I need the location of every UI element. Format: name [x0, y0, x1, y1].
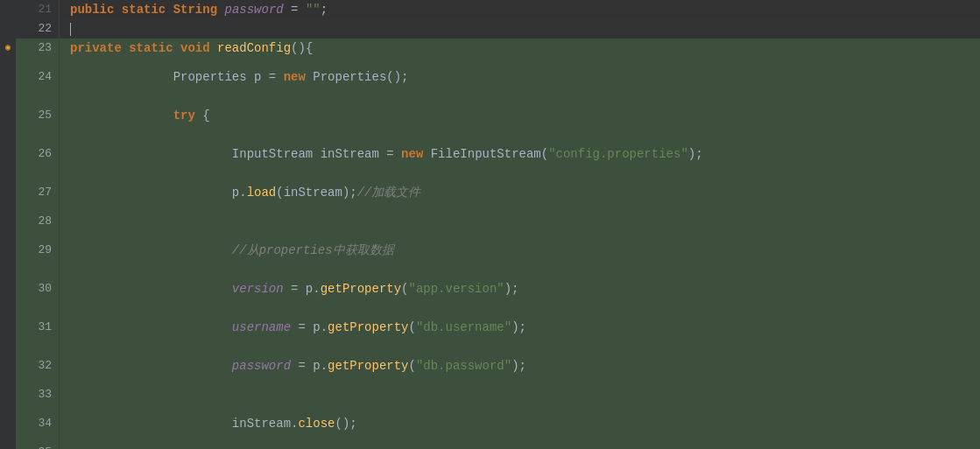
line-content-21: public static String password = ""; — [60, 0, 980, 19]
line-indicator-24 — [0, 58, 16, 96]
line-content-27: p.load(inStream);//加载文件 — [60, 173, 980, 212]
line-indicator-21 — [0, 0, 16, 19]
line-number-22: 22 — [16, 19, 60, 39]
code-line-29: 29 //从properties中获取数据 — [0, 231, 980, 270]
text-cursor — [70, 23, 71, 36]
line-content-26: InputStream inStream = new FileInputStre… — [60, 135, 980, 173]
line-number-23: 23 — [16, 39, 60, 58]
code-line-23: ◉ 23 private static void readConfig(){ — [0, 39, 980, 58]
line-indicator-26 — [0, 135, 16, 173]
code-line-34: 34 inStream.close(); — [0, 404, 980, 443]
line-number-34: 34 — [16, 404, 60, 443]
line-content-24: Properties p = new Properties(); — [60, 58, 980, 96]
code-line-27: 27 p.load(inStream);//加载文件 — [0, 173, 980, 212]
code-line-25: 25 try { — [0, 96, 980, 135]
code-editor: 21 public static String password = ""; 2… — [0, 0, 980, 449]
line-content-33 — [60, 385, 980, 404]
line-content-25: try { — [60, 96, 980, 135]
line-content-31: username = p.getProperty("db.username"); — [60, 308, 980, 347]
code-line-28: 28 — [0, 212, 980, 231]
line-indicator-31 — [0, 308, 16, 347]
line-number-27: 27 — [16, 173, 60, 212]
line-content-28 — [60, 212, 980, 231]
line-number-28: 28 — [16, 212, 60, 231]
code-line-24: 24 Properties p = new Properties(); — [0, 58, 980, 96]
code-line-22: 22 — [0, 19, 980, 39]
line-content-23: private static void readConfig(){ — [60, 39, 980, 58]
code-line-32: 32 password = p.getProperty("db.password… — [0, 347, 980, 385]
line-number-35: 35 — [16, 443, 60, 449]
line-indicator-25 — [0, 96, 16, 135]
line-content-32: password = p.getProperty("db.password"); — [60, 347, 980, 385]
code-line-33: 33 — [0, 385, 980, 404]
line-indicator-28 — [0, 212, 16, 231]
line-number-24: 24 — [16, 58, 60, 96]
code-line-30: 30 version = p.getProperty("app.version"… — [0, 270, 980, 308]
code-line-21: 21 public static String password = ""; — [0, 0, 980, 19]
line-number-30: 30 — [16, 270, 60, 308]
line-content-29: //从properties中获取数据 — [60, 231, 980, 270]
line-indicator-29 — [0, 231, 16, 270]
line-number-33: 33 — [16, 385, 60, 404]
line-indicator-23: ◉ — [0, 39, 16, 58]
line-indicator-35 — [0, 443, 16, 449]
line-content-35 — [60, 443, 980, 449]
line-number-29: 29 — [16, 231, 60, 270]
line-indicator-33 — [0, 385, 16, 404]
line-number-31: 31 — [16, 308, 60, 347]
line-number-26: 26 — [16, 135, 60, 173]
code-line-35: 35 — [0, 443, 980, 449]
line-number-32: 32 — [16, 347, 60, 385]
code-line-26: 26 InputStream inStream = new FileInputS… — [0, 135, 980, 173]
line-indicator-22 — [0, 19, 16, 39]
line-content-34: inStream.close(); — [60, 404, 980, 443]
line-indicator-30 — [0, 270, 16, 308]
line-indicator-34 — [0, 404, 16, 443]
line-indicator-32 — [0, 347, 16, 385]
code-line-31: 31 username = p.getProperty("db.username… — [0, 308, 980, 347]
line-number-21: 21 — [16, 0, 60, 19]
line-number-25: 25 — [16, 96, 60, 135]
line-indicator-27 — [0, 173, 16, 212]
line-content-30: version = p.getProperty("app.version"); — [60, 270, 980, 308]
line-content-22 — [60, 19, 980, 39]
